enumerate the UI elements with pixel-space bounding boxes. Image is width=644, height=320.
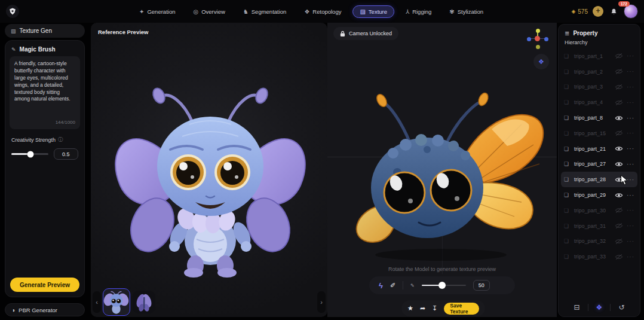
hierarchy-list: ❏tripo_part_1···❏tripo_part_2···❏tripo_p… [559,48,640,264]
creativity-value-field[interactable]: 0.5 [54,148,78,160]
item-more-menu[interactable]: ··· [627,115,634,121]
history-tab-icon[interactable]: ↺ [618,303,624,312]
carousel-next-button[interactable]: › [317,291,326,313]
magic-brush-icon: ✎ [11,47,16,53]
pbr-generator-section[interactable]: ◑ PBR Generator [5,303,85,316]
visibility-off-icon[interactable] [615,53,624,59]
retopology-icon: ❖ [304,8,309,15]
creativity-slider-handle[interactable] [27,151,34,157]
hierarchy-item[interactable]: ❏tripo_part_8··· [561,110,637,126]
creativity-slider[interactable] [11,153,48,155]
item-more-menu[interactable]: ··· [627,161,634,167]
item-more-menu[interactable]: ··· [627,84,634,90]
nav-tab-texture[interactable]: ▨Texture [352,5,394,18]
viewport-tool-button[interactable]: ❖ [533,54,549,69]
hierarchy-item-label: tripo_part_28 [574,176,615,182]
magic-wand-icon[interactable]: ϟ [379,281,383,290]
visibility-on-icon[interactable] [615,145,624,152]
nav-tab-label: Generation [147,8,175,15]
hierarchy-item[interactable]: ❏tripo_part_21··· [561,141,637,157]
brush-size-value[interactable]: 50 [473,280,490,291]
hierarchy-item[interactable]: ❏tripo_part_30··· [561,203,637,218]
hierarchy-item-label: tripo_part_27 [574,161,615,167]
hierarchy-item[interactable]: ❏tripo_part_31··· [561,218,637,234]
texture-gen-header[interactable]: ▨ Texture Gen [5,24,85,38]
brush-size-slider[interactable] [422,285,466,287]
nav-tab-overview[interactable]: ◎Overview [186,6,231,17]
viewport-3d[interactable]: Camera Unlocked ❖ [327,23,557,317]
nav-tab-generation[interactable]: ✦Generation [133,6,182,17]
visibility-off-icon[interactable] [615,254,624,260]
visibility-on-icon[interactable] [615,161,624,167]
nav-tab-segmentation[interactable]: ♞Segmentation [237,6,293,17]
prompt-textarea[interactable]: A friendly, cartoon-style butterfly char… [10,56,80,129]
carousel-prev-button[interactable]: ‹ [93,291,101,313]
camera-unlocked-button[interactable]: Camera Unlocked [333,27,398,40]
info-icon[interactable]: ⓘ [58,136,63,144]
brush-size-handle[interactable] [438,282,446,289]
thumbnail-2[interactable] [133,291,155,313]
brush-tool-icon[interactable]: ✐ [390,282,395,289]
tripo-logo[interactable] [6,5,19,18]
part-icon: ❏ [564,238,572,244]
hierarchy-item[interactable]: ❏tripo_part_4··· [561,95,637,110]
part-icon: ❏ [564,146,572,152]
nav-tab-rigging[interactable]: ⅄Rigging [399,6,438,17]
item-more-menu[interactable]: ··· [627,130,634,136]
item-more-menu[interactable]: ··· [627,99,634,106]
visibility-off-icon[interactable] [615,223,624,229]
visibility-off-icon[interactable] [615,84,624,90]
part-icon: ❏ [564,99,572,105]
nav-tab-retopology[interactable]: ❖Retopology [298,6,348,17]
visibility-off-icon[interactable] [615,238,624,245]
visibility-on-icon[interactable] [615,115,624,121]
thumbnail-selected[interactable] [103,288,130,316]
generate-preview-button[interactable]: Generate Preview [10,278,79,292]
model-3d-render[interactable] [342,87,545,267]
visibility-off-icon[interactable] [615,130,624,136]
hierarchy-item-label: tripo_part_8 [574,115,615,121]
save-texture-button[interactable]: Save Texture [444,303,479,315]
texture-paint-tab-icon[interactable]: ❖ [596,303,603,312]
part-icon: ❏ [564,208,572,214]
hierarchy-item[interactable]: ❏tripo_part_33··· [561,249,637,264]
nav-tab-stylization[interactable]: ✾Stylization [443,6,490,17]
download-icon[interactable]: ↧ [432,304,437,312]
item-more-menu[interactable]: ··· [627,192,634,199]
pbr-label: PBR Generator [19,307,57,313]
visibility-off-icon[interactable] [615,99,624,106]
generation-icon: ✦ [139,8,144,15]
hierarchy-item[interactable]: ❏tripo_part_27··· [561,157,637,172]
hierarchy-item[interactable]: ❏tripo_part_32··· [561,234,637,249]
hierarchy-item[interactable]: ❏tripo_part_15··· [561,126,637,141]
axis-gizmo[interactable] [527,29,548,50]
share-icon[interactable]: ➦ [420,304,425,312]
tab-divider [610,304,611,311]
visibility-on-icon[interactable] [615,192,624,199]
favorite-icon[interactable]: ★ [407,304,413,312]
toolbar-divider [403,281,403,289]
assets-tab-icon[interactable]: ⊟ [574,303,580,312]
nav-tab-label: Rigging [412,8,431,15]
hierarchy-item[interactable]: ❏tripo_part_3··· [561,80,637,95]
item-more-menu[interactable]: ··· [627,207,634,214]
hierarchy-item[interactable]: ❏tripo_part_29··· [561,187,637,203]
hierarchy-item-label: tripo_part_30 [574,208,615,214]
rigging-icon: ⅄ [406,8,409,15]
hierarchy-item-label: tripo_part_33 [574,254,615,260]
item-more-menu[interactable]: ··· [627,254,634,260]
gizmo-y-plus-dot [536,29,540,33]
hierarchy-item[interactable]: ❏tripo_part_1··· [561,48,637,64]
item-more-menu[interactable]: ··· [627,53,634,59]
notifications-button[interactable] [608,6,619,17]
item-more-menu[interactable]: ··· [627,145,634,152]
item-more-menu[interactable]: ··· [627,68,634,75]
visibility-off-icon[interactable] [615,207,624,214]
item-more-menu[interactable]: ··· [627,238,634,245]
visibility-off-icon[interactable] [615,68,624,75]
top-bar: ✦Generation◎Overview♞Segmentation❖Retopo… [0,0,644,23]
hierarchy-item[interactable]: ❏tripo_part_2··· [561,64,637,80]
add-credits-button[interactable]: + [593,6,603,17]
item-more-menu[interactable]: ··· [627,223,634,229]
user-avatar[interactable]: 172 [624,4,638,19]
